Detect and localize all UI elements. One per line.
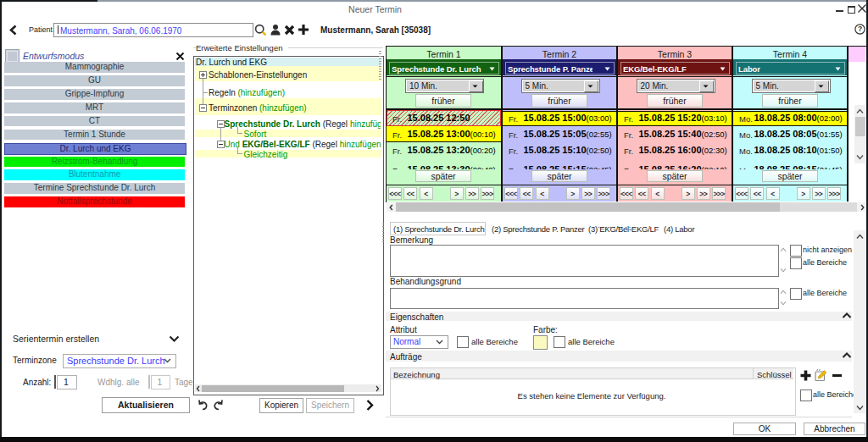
svg-text:?: ? — [858, 25, 862, 33]
